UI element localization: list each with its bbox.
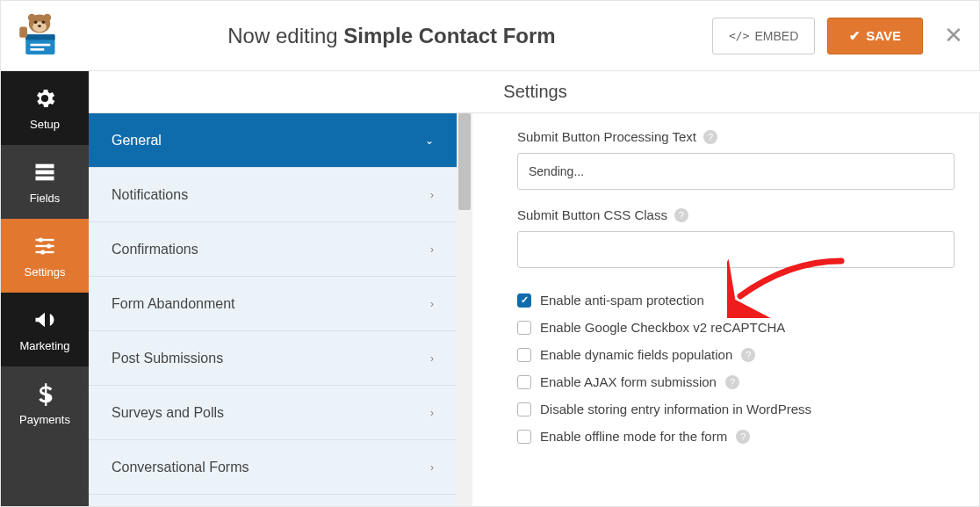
sidebar-item-setup[interactable]: Setup: [1, 71, 89, 145]
top-bar: Now editing Simple Contact Form </> EMBE…: [1, 1, 979, 71]
subitem-label: Form Abandonment: [112, 296, 235, 312]
app-logo: [8, 8, 71, 64]
svg-point-18: [47, 243, 51, 248]
svg-point-5: [42, 20, 46, 24]
check-icon: ✔: [849, 28, 861, 44]
subitem-general[interactable]: General ⌄: [89, 113, 457, 168]
subitem-post-submissions[interactable]: Post Submissions ›: [89, 331, 457, 386]
check-label: Enable Google Checkbox v2 reCAPTCHA: [540, 320, 785, 335]
svg-point-4: [34, 20, 38, 24]
subitem-notifications[interactable]: Notifications ›: [89, 168, 457, 222]
chevron-right-icon: ›: [430, 407, 434, 419]
editing-title: Now editing Simple Contact Form: [71, 24, 712, 48]
processing-text-input[interactable]: [517, 153, 955, 190]
help-icon[interactable]: ?: [741, 348, 755, 362]
gear-icon: [32, 86, 57, 111]
fields-icon: [32, 160, 57, 185]
subitem-label: Surveys and Polls: [112, 405, 224, 421]
check-ajax[interactable]: Enable AJAX form submission ?: [517, 374, 955, 389]
icon-sidebar: Setup Fields Settings Marketing Payments: [1, 71, 89, 506]
svg-point-2: [43, 13, 51, 21]
svg-point-20: [40, 250, 45, 254]
panel-title: Settings: [89, 71, 980, 113]
settings-content: Submit Button Processing Text ? Submit B…: [473, 113, 979, 506]
svg-point-16: [39, 237, 43, 242]
sidebar-item-fields[interactable]: Fields: [1, 145, 89, 219]
checkbox-icon[interactable]: [517, 375, 531, 389]
sidebar-item-marketing[interactable]: Marketing: [1, 293, 89, 366]
chevron-right-icon: ›: [430, 298, 434, 310]
checkbox-icon[interactable]: [517, 348, 531, 362]
sidebar-label-fields: Fields: [30, 192, 61, 205]
svg-rect-15: [36, 238, 54, 240]
svg-point-1: [28, 13, 36, 21]
svg-rect-10: [31, 48, 45, 51]
subitem-form-abandonment[interactable]: Form Abandonment ›: [89, 277, 457, 331]
checkbox-icon[interactable]: [517, 321, 531, 335]
subitem-label: General: [112, 133, 162, 148]
svg-rect-12: [36, 163, 54, 168]
check-label: Enable dynamic fields population: [540, 347, 732, 362]
sidebar-label-setup: Setup: [30, 118, 60, 131]
embed-button[interactable]: </> EMBED: [712, 18, 815, 54]
chevron-down-icon: ⌄: [425, 134, 434, 147]
subitem-surveys-polls[interactable]: Surveys and Polls ›: [89, 386, 457, 440]
subitem-label: Notifications: [112, 187, 188, 203]
close-button[interactable]: ✕: [939, 22, 969, 49]
settings-subpanel: Settings General ⌄ Notifications › Confi…: [89, 71, 458, 506]
check-label: Enable AJAX form submission: [540, 374, 717, 389]
chevron-right-icon: ›: [430, 352, 434, 365]
scrollbar-track[interactable]: [457, 113, 472, 506]
check-label: Enable offline mode for the form: [540, 429, 727, 444]
css-class-label: Submit Button CSS Class ?: [517, 207, 955, 222]
processing-text-label: Submit Button Processing Text ?: [517, 129, 955, 144]
svg-rect-13: [36, 170, 54, 174]
subitem-label: Conversational Forms: [112, 460, 249, 475]
svg-rect-8: [25, 34, 54, 40]
chevron-right-icon: ›: [430, 243, 434, 256]
check-anti-spam[interactable]: Enable anti-spam protection: [517, 293, 955, 308]
scrollbar-thumb[interactable]: [458, 113, 471, 210]
subitem-label: Confirmations: [112, 242, 198, 257]
check-label: Enable anti-spam protection: [540, 293, 704, 308]
check-disable-storing[interactable]: Disable storing entry information in Wor…: [517, 402, 955, 416]
sliders-icon: [32, 234, 57, 258]
save-label: SAVE: [866, 28, 901, 43]
sidebar-item-settings[interactable]: Settings: [1, 219, 89, 293]
svg-point-6: [38, 25, 41, 27]
subitem-label: Post Submissions: [112, 351, 223, 366]
svg-rect-14: [36, 176, 54, 180]
subitem-conversational-forms[interactable]: Conversational Forms ›: [89, 440, 457, 495]
dollar-icon: [32, 381, 57, 406]
svg-rect-9: [31, 43, 51, 46]
checkbox-icon[interactable]: [517, 430, 531, 444]
svg-rect-11: [19, 26, 27, 37]
sidebar-label-settings: Settings: [25, 265, 66, 279]
check-offline[interactable]: Enable offline mode for the form ?: [517, 429, 955, 444]
editing-prefix: Now editing: [227, 24, 343, 47]
help-icon[interactable]: ?: [736, 430, 750, 444]
embed-icon: </>: [729, 29, 749, 42]
embed-label: EMBED: [754, 29, 798, 43]
check-label: Disable storing entry information in Wor…: [540, 402, 811, 416]
css-class-input[interactable]: [517, 231, 955, 268]
checkbox-icon[interactable]: [517, 402, 531, 416]
sidebar-label-payments: Payments: [19, 413, 70, 426]
save-button[interactable]: ✔ SAVE: [827, 18, 923, 54]
help-icon[interactable]: ?: [674, 208, 688, 222]
check-recaptcha[interactable]: Enable Google Checkbox v2 reCAPTCHA: [517, 320, 955, 335]
checkbox-icon[interactable]: [517, 293, 531, 308]
subitem-confirmations[interactable]: Confirmations ›: [89, 222, 457, 277]
chevron-right-icon: ›: [430, 461, 434, 474]
sidebar-item-payments[interactable]: Payments: [1, 366, 89, 440]
help-icon[interactable]: ?: [725, 375, 739, 389]
check-dynamic-fields[interactable]: Enable dynamic fields population ?: [517, 347, 955, 362]
sidebar-label-marketing: Marketing: [19, 339, 69, 352]
svg-rect-17: [36, 244, 54, 246]
chevron-right-icon: ›: [430, 189, 434, 201]
help-icon[interactable]: ?: [703, 130, 717, 144]
bullhorn-icon: [32, 308, 57, 332]
form-name: Simple Contact Form: [343, 24, 555, 47]
